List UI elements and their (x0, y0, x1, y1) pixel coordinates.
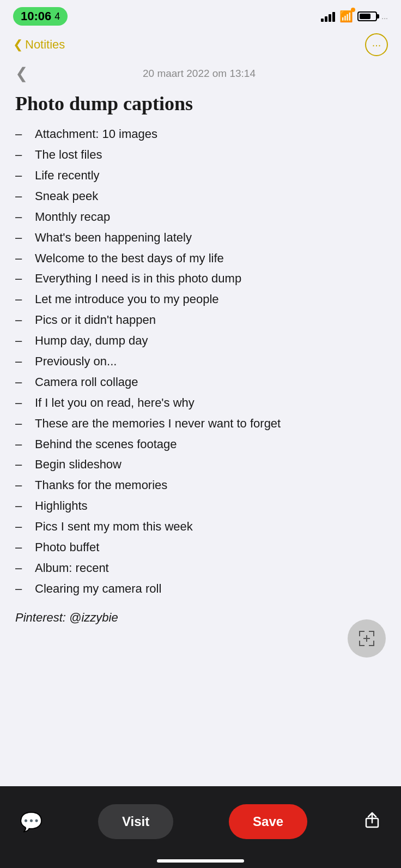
list-item: –Camera roll collage (15, 373, 386, 391)
list-text: Sneak peek (35, 188, 386, 205)
list-dash: – (15, 291, 35, 308)
lte-indicator: 4 (54, 11, 60, 22)
list-item: –If I let you on read, here's why (15, 394, 386, 412)
list-text: Pics I sent my mom this week (35, 518, 386, 535)
list-dash: – (15, 125, 35, 143)
back-button[interactable]: ❮ Notities (13, 38, 65, 52)
list-text: Let me introduce you to my people (35, 291, 386, 308)
list-text: Hump day, dump day (35, 332, 386, 349)
list-dash: – (15, 497, 35, 515)
list-text: Attachment: 10 images (35, 125, 386, 143)
list-item: –Album: recent (15, 559, 386, 577)
more-options-button[interactable]: ··· (365, 33, 388, 56)
list-text: These are the memories I never want to f… (35, 415, 386, 432)
back-chevron-icon: ❮ (13, 38, 23, 52)
list-dash: – (15, 394, 35, 412)
list-dash: – (15, 188, 35, 205)
list-dash: – (15, 539, 35, 556)
list-dash: – (15, 250, 35, 267)
svg-rect-7 (373, 641, 374, 646)
status-time: 10:06 4 (13, 7, 68, 26)
bottom-action-bar: 💬 Visit Save (0, 786, 401, 857)
svg-rect-9 (366, 635, 367, 642)
list-text: Behind the scenes footage (35, 436, 386, 453)
list-item: –What's been happening lately (15, 229, 386, 246)
list-item: –Pics or it didn't happen (15, 311, 386, 329)
list-text: Begin slideshow (35, 456, 386, 473)
list-item: –Attachment: 10 images (15, 125, 386, 143)
list-item: –Highlights (15, 497, 386, 515)
list-dash: – (15, 270, 35, 287)
list-item: –Welcome to the best days of my life (15, 250, 386, 267)
list-item: –Behind the scenes footage (15, 436, 386, 453)
home-indicator (0, 857, 401, 868)
list-text: Camera roll collage (35, 373, 386, 391)
svg-rect-3 (373, 631, 374, 636)
list-dash: – (15, 167, 35, 184)
note-list: –Attachment: 10 images–The lost files–Li… (15, 125, 386, 597)
chat-icon[interactable]: 💬 (20, 811, 42, 833)
list-text: Life recently (35, 167, 386, 184)
svg-rect-1 (359, 631, 360, 636)
list-item: –Thanks for the memories (15, 477, 386, 494)
nav-bar: ❮ Notities ··· (0, 29, 401, 60)
list-item: –These are the memories I never want to … (15, 415, 386, 432)
list-text: If I let you on read, here's why (35, 394, 386, 412)
list-dash: – (15, 229, 35, 246)
list-dash: – (15, 146, 35, 164)
list-text: The lost files (35, 146, 386, 164)
list-text: Album: recent (35, 559, 386, 577)
signal-icon (321, 11, 335, 22)
time-display: 10:06 (21, 9, 51, 23)
list-item: –The lost files (15, 146, 386, 164)
status-bar: 10:06 4 📶 ... (0, 0, 401, 29)
note-title: Photo dump captions (15, 92, 386, 116)
save-button[interactable]: Save (229, 804, 307, 839)
list-text: Monthly recap (35, 208, 386, 226)
list-dash: – (15, 208, 35, 226)
list-dash: – (15, 353, 35, 370)
list-text: Welcome to the best days of my life (35, 250, 386, 267)
list-text: Clearing my camera roll (35, 580, 386, 598)
list-dash: – (15, 456, 35, 473)
list-dash: – (15, 518, 35, 535)
back-date-row: ❮ 20 maart 2022 om 13:14 (15, 60, 386, 85)
more-icon: ··· (372, 39, 381, 51)
wifi-icon: 📶 (339, 10, 353, 23)
list-item: –Clearing my camera roll (15, 580, 386, 598)
list-text: Thanks for the memories (35, 477, 386, 494)
scan-icon (357, 629, 376, 648)
list-dash: – (15, 311, 35, 329)
svg-rect-5 (359, 641, 360, 646)
scan-button-container (15, 619, 386, 658)
list-dash: – (15, 373, 35, 391)
list-dash: – (15, 332, 35, 349)
list-text: Everything I need is in this photo dump (35, 270, 386, 287)
share-icon[interactable] (363, 811, 381, 833)
list-item: –Begin slideshow (15, 456, 386, 473)
list-item: –Monthly recap (15, 208, 386, 226)
list-text: What's been happening lately (35, 229, 386, 246)
list-dash: – (15, 436, 35, 453)
list-item: –Life recently (15, 167, 386, 184)
list-text: Pics or it didn't happen (35, 311, 386, 329)
list-dash: – (15, 580, 35, 598)
list-item: –Hump day, dump day (15, 332, 386, 349)
list-dash: – (15, 415, 35, 432)
list-item: –Let me introduce you to my people (15, 291, 386, 308)
note-back-icon[interactable]: ❮ (15, 64, 28, 82)
status-icons: 📶 ... (321, 10, 388, 23)
back-label: Notities (25, 38, 65, 52)
list-item: –Everything I need is in this photo dump (15, 270, 386, 287)
list-dash: – (15, 477, 35, 494)
list-text: Previously on... (35, 353, 386, 370)
note-area: ❮ 20 maart 2022 om 13:14 Photo dump capt… (0, 60, 401, 786)
list-item: –Pics I sent my mom this week (15, 518, 386, 535)
scan-button[interactable] (348, 619, 386, 658)
visit-button[interactable]: Visit (98, 804, 173, 839)
note-date: 20 maart 2022 om 13:14 (28, 68, 370, 80)
list-dash: – (15, 559, 35, 577)
list-text: Photo buffet (35, 539, 386, 556)
battery-icon (357, 11, 377, 21)
list-item: –Previously on... (15, 353, 386, 370)
